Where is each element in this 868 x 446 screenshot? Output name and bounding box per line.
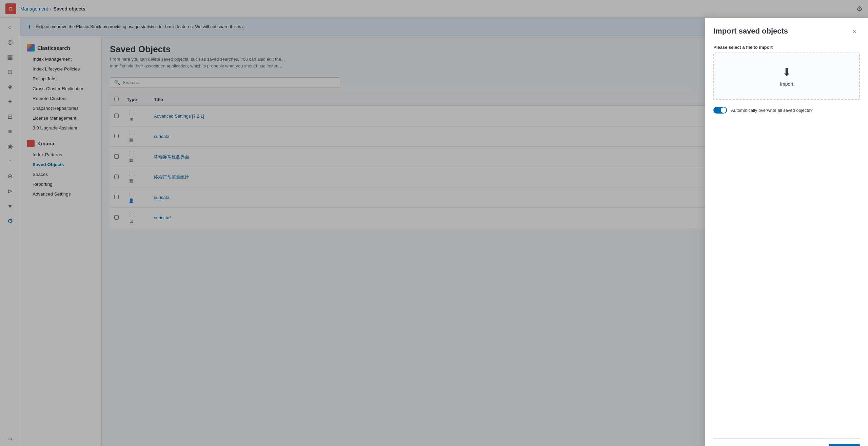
cancel-button[interactable]: Cancel bbox=[796, 444, 825, 446]
import-button[interactable]: Import bbox=[829, 444, 860, 446]
modal-overlay: Import saved objects × Please select a f… bbox=[0, 0, 868, 446]
file-drop-zone[interactable]: ⬇ Import bbox=[713, 53, 860, 100]
modal-footer: Cancel Import bbox=[713, 438, 860, 446]
modal-close-button[interactable]: × bbox=[849, 26, 860, 37]
overwrite-toggle[interactable] bbox=[713, 107, 727, 114]
upload-label: Import bbox=[780, 81, 793, 87]
modal-title: Import saved objects bbox=[713, 27, 788, 36]
file-section-label: Please select a file to import bbox=[713, 45, 860, 50]
modal-header: Import saved objects × bbox=[713, 26, 860, 37]
overwrite-toggle-label: Automatically overwrite all saved object… bbox=[731, 108, 813, 113]
upload-icon: ⬇ bbox=[782, 66, 791, 79]
import-modal: Import saved objects × Please select a f… bbox=[705, 18, 868, 446]
overwrite-toggle-row: Automatically overwrite all saved object… bbox=[713, 107, 860, 114]
